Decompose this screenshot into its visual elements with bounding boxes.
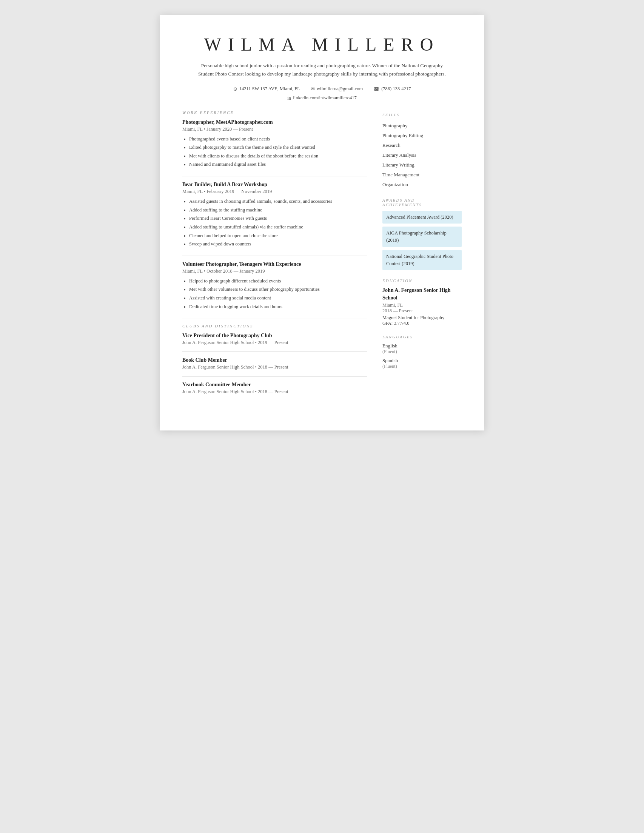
job-2-title: Bear Builder, Build A Bear Workshop bbox=[182, 182, 367, 188]
job-3-dates: October 2018 — January 2019 bbox=[207, 269, 265, 274]
email-icon: ✉ bbox=[311, 86, 315, 92]
phone-text: (786) 133-4217 bbox=[381, 86, 411, 92]
job-1-location: Miami, FL bbox=[182, 127, 203, 132]
skill-item: Photography bbox=[382, 121, 462, 131]
club-2-dates: 2018 — Present bbox=[258, 364, 288, 370]
list-item: Dedicated time to logging work details a… bbox=[189, 303, 367, 311]
divider bbox=[182, 352, 367, 352]
language-1-name: English bbox=[382, 343, 462, 349]
job-3-bullets: Helped to photograph different scheduled… bbox=[182, 277, 367, 311]
club-3-dates: 2018 — Present bbox=[258, 389, 288, 394]
education-heading: EDUCATION bbox=[382, 278, 462, 283]
left-column: WORK EXPERIENCE Photographer, MeetAPhoto… bbox=[182, 110, 367, 401]
clubs-heading: CLUBS AND DISTINCTIONS bbox=[182, 323, 367, 328]
list-item: Sweep and wiped down counters bbox=[189, 240, 367, 248]
awards-heading: AWARDS ANDACHIEVEMENTS bbox=[382, 198, 462, 207]
job-3-location: Miami, FL bbox=[182, 269, 203, 274]
skill-item: Literary Writing bbox=[382, 160, 462, 170]
phone-icon: ☎ bbox=[373, 86, 379, 92]
skills-heading: SKILLS bbox=[382, 113, 462, 117]
address-item: ⊙ 14211 SW 137 AVE, Miami, FL bbox=[233, 86, 300, 92]
list-item: Helped to photograph different scheduled… bbox=[189, 277, 367, 285]
list-item: Added stuffing to unstuffed animals) via… bbox=[189, 223, 367, 231]
divider bbox=[182, 176, 367, 176]
linkedin-icon: in bbox=[287, 95, 291, 101]
club-1: Vice President of the Photography Club J… bbox=[182, 333, 367, 346]
list-item: Met with clients to discuss the details … bbox=[189, 152, 367, 160]
list-item: Edited photography to match the theme an… bbox=[189, 143, 367, 151]
languages-heading: LANGUAGES bbox=[382, 334, 462, 339]
list-item: Named and maintained digital asset files bbox=[189, 161, 367, 169]
school-dates: 2018 — Present bbox=[382, 308, 462, 314]
club-2-meta: John A. Ferguson Senior High School • 20… bbox=[182, 364, 367, 370]
skill-item: Photography Editing bbox=[382, 131, 462, 140]
list-item: Assisted guests in choosing stuffed anim… bbox=[189, 198, 367, 206]
job-1: Photographer, MeetAPhotographer.com Miam… bbox=[182, 119, 367, 169]
list-item: Added stuffing to the stuffing machine bbox=[189, 206, 367, 214]
linkedin-text: linkedin.com/in/wilmamillero417 bbox=[293, 95, 357, 101]
job-2: Bear Builder, Build A Bear Workshop Miam… bbox=[182, 182, 367, 248]
list-item: Photographed events based on client need… bbox=[189, 135, 367, 143]
body-layout: WORK EXPERIENCE Photographer, MeetAPhoto… bbox=[182, 110, 462, 401]
divider bbox=[182, 376, 367, 376]
resume-document: WILMA MILLERO Personable high school jun… bbox=[160, 15, 484, 431]
skills-list: Photography Photography Editing Research… bbox=[382, 121, 462, 190]
location-icon: ⊙ bbox=[233, 86, 238, 92]
address-text: 14211 SW 137 AVE, Miami, FL bbox=[239, 86, 300, 92]
job-2-dates: February 2019 — November 2019 bbox=[207, 189, 272, 194]
language-1-level: (Fluent) bbox=[382, 349, 462, 355]
job-2-bullets: Assisted guests in choosing stuffed anim… bbox=[182, 198, 367, 248]
list-item: Cleaned and helped to open and close the… bbox=[189, 232, 367, 240]
award-badge-2: AIGA Photography Scholarship (2019) bbox=[382, 227, 462, 247]
club-3-org: John A. Ferguson Senior High School bbox=[182, 389, 254, 394]
job-2-meta: Miami, FL • February 2019 — November 201… bbox=[182, 189, 367, 195]
job-2-location: Miami, FL bbox=[182, 189, 203, 194]
awards-section: AWARDS ANDACHIEVEMENTS Advanced Placemen… bbox=[382, 198, 462, 270]
club-3-title: Yearbook Committee Member bbox=[182, 382, 367, 388]
award-badge-1: Advanced Placement Award (2020) bbox=[382, 211, 462, 224]
language-2-name: Spanish bbox=[382, 358, 462, 363]
email-text: wilmilleroa@gmail.com bbox=[317, 86, 363, 92]
job-1-bullets: Photographed events based on client need… bbox=[182, 135, 367, 169]
club-1-title: Vice President of the Photography Club bbox=[182, 333, 367, 339]
work-experience-heading: WORK EXPERIENCE bbox=[182, 110, 367, 115]
club-2: Book Club Member John A. Ferguson Senior… bbox=[182, 357, 367, 370]
candidate-name: WILMA MILLERO bbox=[182, 34, 462, 55]
club-1-meta: John A. Ferguson Senior High School • 20… bbox=[182, 340, 367, 346]
job-1-dates: January 2020 — Present bbox=[207, 127, 253, 132]
club-2-org: John A. Ferguson Senior High School bbox=[182, 364, 254, 370]
club-1-org: John A. Ferguson Senior High School bbox=[182, 340, 254, 345]
phone-item: ☎ (786) 133-4217 bbox=[373, 86, 411, 92]
list-item: Performed Heart Ceremonies with guests bbox=[189, 214, 367, 222]
right-column: SKILLS Photography Photography Editing R… bbox=[382, 110, 462, 401]
education-section: EDUCATION John A. Ferguson Senior High S… bbox=[382, 278, 462, 326]
summary-text: Personable high school junior with a pas… bbox=[194, 61, 450, 79]
job-1-meta: Miami, FL • January 2020 — Present bbox=[182, 127, 367, 132]
skill-item: Research bbox=[382, 140, 462, 150]
job-3-title: Volunteer Photographer, Teenagers With E… bbox=[182, 261, 367, 267]
skill-item: Literary Analysis bbox=[382, 150, 462, 160]
job-3: Volunteer Photographer, Teenagers With E… bbox=[182, 261, 367, 311]
club-2-title: Book Club Member bbox=[182, 357, 367, 363]
email-item: ✉ wilmilleroa@gmail.com bbox=[311, 86, 363, 92]
linkedin-row: in linkedin.com/in/wilmamillero417 bbox=[182, 95, 462, 101]
school-name: John A. Ferguson Senior High School bbox=[382, 286, 462, 301]
school-location: Miami, FL bbox=[382, 302, 462, 308]
school-gpa: GPA: 3.77/4.0 bbox=[382, 321, 462, 326]
skill-item: Time Management bbox=[382, 170, 462, 180]
languages-section: LANGUAGES English (Fluent) Spanish (Flue… bbox=[382, 334, 462, 369]
divider bbox=[182, 256, 367, 256]
club-1-dates: 2019 — Present bbox=[258, 340, 288, 345]
award-badge-3: National Geographic Student Photo Contes… bbox=[382, 250, 462, 270]
job-1-title: Photographer, MeetAPhotographer.com bbox=[182, 119, 367, 125]
resume-header: WILMA MILLERO Personable high school jun… bbox=[182, 34, 462, 101]
list-item: Assisted with creating social media cont… bbox=[189, 294, 367, 302]
school-detail: Magnet Student for Photography bbox=[382, 315, 462, 321]
divider bbox=[182, 318, 367, 318]
club-3-meta: John A. Ferguson Senior High School • 20… bbox=[182, 389, 367, 395]
contact-row: ⊙ 14211 SW 137 AVE, Miami, FL ✉ wilmille… bbox=[182, 86, 462, 92]
club-3: Yearbook Committee Member John A. Fergus… bbox=[182, 382, 367, 395]
skill-item: Organization bbox=[382, 180, 462, 190]
list-item: Met with other volunteers to discuss oth… bbox=[189, 285, 367, 293]
job-3-meta: Miami, FL • October 2018 — January 2019 bbox=[182, 269, 367, 274]
